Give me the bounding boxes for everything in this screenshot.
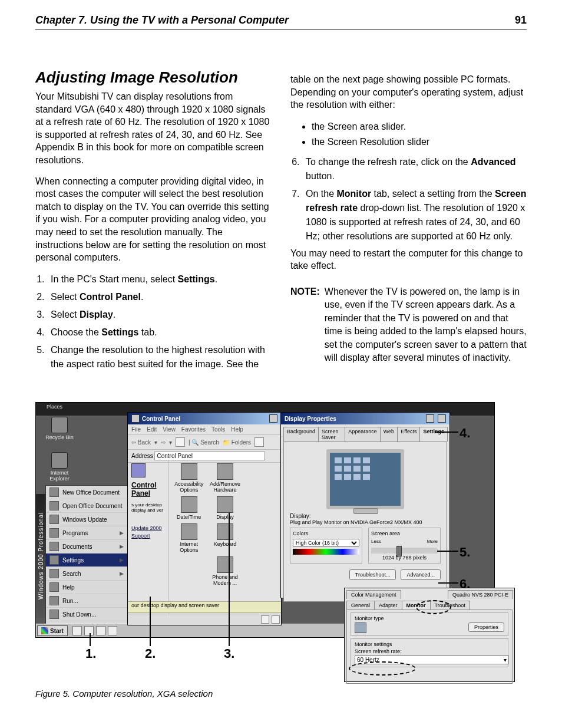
callout-3: 3. <box>224 646 234 661</box>
monitor-properties-button[interactable]: Properties <box>468 622 504 632</box>
monitor-icon <box>355 622 366 633</box>
arrow-1 <box>90 633 91 646</box>
callout-oval-monitor-tab <box>416 600 451 614</box>
intro-paragraph-2: When connecting a computer providing dig… <box>35 175 272 264</box>
callout-4: 4. <box>459 426 470 441</box>
figure-caption: Figure 5. Computer resolution, XGA selec… <box>35 689 527 699</box>
start-item-search[interactable]: Search▶ <box>46 567 127 581</box>
resolution-slider[interactable] <box>371 548 438 554</box>
display-properties-titlebar[interactable]: Display Properties <box>281 413 449 424</box>
start-item-settings[interactable]: Settings▶ <box>46 554 127 567</box>
callout-oval-refresh-rate <box>349 661 416 676</box>
tab-background[interactable]: Background <box>283 427 319 442</box>
start-button[interactable]: Start <box>37 625 68 636</box>
troubleshoot-button[interactable]: Troubleshoot... <box>349 569 396 580</box>
chapter-title: Chapter 7. Using the TV with a Personal … <box>35 14 289 27</box>
start-menu: New Office Document Open Office Document… <box>45 485 128 625</box>
control-panel-items: Accessibility Options Add/Remove Hardwar… <box>169 460 281 625</box>
display-adapter-name: Plug and Play Monitor on NVIDIA GeForce2… <box>284 519 447 525</box>
slider-bullets: the Screen area slider. the Screen Resol… <box>290 120 527 149</box>
refresh-rate-label: Screen refresh rate: <box>355 648 504 654</box>
advanced-button[interactable]: Advanced... <box>401 569 441 580</box>
adv-tab-quadro[interactable]: Quadro NVS 280 PCI-E <box>448 590 513 599</box>
start-item-shutdown[interactable]: Shut Down... <box>46 608 127 621</box>
status-bar <box>128 614 281 625</box>
cp-item-datetime[interactable]: Date/Time <box>171 496 206 520</box>
folder-icon <box>131 414 140 423</box>
cp-item-phone[interactable]: Phone and Modem ... <box>207 556 242 586</box>
history-icon[interactable] <box>254 437 264 447</box>
color-swatch <box>293 549 359 555</box>
arrow-3 <box>229 513 230 646</box>
tab-settings[interactable]: Settings <box>419 427 448 442</box>
windows-banner: Windows 2000 Professional <box>36 494 45 618</box>
tab-screensaver[interactable]: Screen Saver <box>318 427 345 442</box>
arrow-2 <box>150 597 151 646</box>
right-lead: table on the next page showing possible … <box>290 73 527 111</box>
cp-item-accessibility[interactable]: Accessibility Options <box>171 463 206 493</box>
colors-group: Colors High Color (16 bit) <box>290 528 362 564</box>
steps-right: To change the refresh rate, click on the… <box>290 155 527 243</box>
cp-item-internet[interactable]: Internet Options <box>171 523 206 553</box>
adv-tab-general[interactable]: General <box>346 601 375 610</box>
start-item-documents[interactable]: Documents▶ <box>46 540 127 554</box>
start-item-run[interactable]: Run... <box>46 594 127 608</box>
monitor-preview <box>326 449 404 509</box>
callout-6: 6. <box>459 577 470 592</box>
arrow-6 <box>438 582 458 584</box>
menu-bar[interactable]: FileEditViewFavoritesToolsHelp <box>128 424 281 435</box>
close-icon[interactable] <box>269 414 277 423</box>
tab-appearance[interactable]: Appearance <box>345 427 381 442</box>
start-item-help[interactable]: Help <box>46 581 127 594</box>
close-icon[interactable] <box>438 414 446 423</box>
page-number: 91 <box>515 14 527 27</box>
callout-5: 5. <box>459 545 470 560</box>
arrow-4 <box>435 431 458 433</box>
steps-left: In the PC's Start menu, select Settings.… <box>35 272 272 371</box>
color-depth-select[interactable]: High Color (16 bit) <box>293 539 359 547</box>
intro-paragraph-1: Your Mitsubishi TV can display resolutio… <box>35 90 272 167</box>
resolution-value: 1024 by 768 pixels <box>371 555 438 561</box>
page-header: Chapter 7. Using the TV with a Personal … <box>35 14 527 29</box>
help-icon[interactable] <box>426 414 434 423</box>
cp-item-addremove[interactable]: Add/Remove Hardware <box>207 463 242 493</box>
control-panel-icon <box>131 463 146 477</box>
tab-web[interactable]: Web <box>380 427 398 442</box>
cp-item-display[interactable]: Display <box>207 496 242 520</box>
control-panel-titlebar[interactable]: Control Panel <box>128 413 281 424</box>
monitor-type-group: Monitor type Properties <box>351 612 508 636</box>
callout-2: 2. <box>145 646 156 661</box>
start-item-new-office[interactable]: New Office Document <box>46 486 127 499</box>
dp-tabs: Background Screen Saver Appearance Web E… <box>281 424 449 442</box>
internet-explorer-icon[interactable]: Internet Explorer <box>44 452 75 482</box>
section-heading: Adjusting Image Resolution <box>35 68 272 87</box>
adv-tab-adapter[interactable]: Adapter <box>374 601 402 610</box>
up-icon[interactable] <box>176 437 185 447</box>
screen-area-group: Screen area LessMore 1024 by 768 pixels <box>368 528 441 564</box>
recycle-bin-icon[interactable]: Recycle Bin <box>44 417 75 440</box>
display-properties-window: Display Properties Background Screen Sav… <box>280 412 450 598</box>
start-item-programs[interactable]: Programs▶ <box>46 526 127 540</box>
toolbar[interactable]: ⇦ Back▾⇨▾ | 🔍 Search📁 Folders <box>128 435 281 450</box>
callout-1: 1. <box>85 646 96 661</box>
taskbar-tray <box>72 626 117 635</box>
adv-tab-colormgmt[interactable]: Color Management <box>346 590 401 599</box>
start-item-windows-update[interactable]: Windows Update <box>46 513 127 526</box>
arrow-5 <box>437 551 458 552</box>
cp-item-keyboard[interactable]: Keyboard <box>207 523 242 553</box>
figure-5: Places Recycle Bin Internet Explorer Win… <box>35 402 527 699</box>
control-panel-window: Control Panel FileEditViewFavoritesTools… <box>127 412 282 625</box>
restart-note: You may need to restart the computer for… <box>290 247 527 272</box>
tab-effects[interactable]: Effects <box>397 427 420 442</box>
windows-logo-icon <box>41 627 48 634</box>
address-input[interactable] <box>154 452 265 460</box>
start-item-open-office[interactable]: Open Office Document <box>46 499 127 513</box>
status-tip: our desktop display and screen saver <box>128 601 281 613</box>
lamp-note: NOTE: Whenever the TV is powered on, the… <box>290 285 527 364</box>
